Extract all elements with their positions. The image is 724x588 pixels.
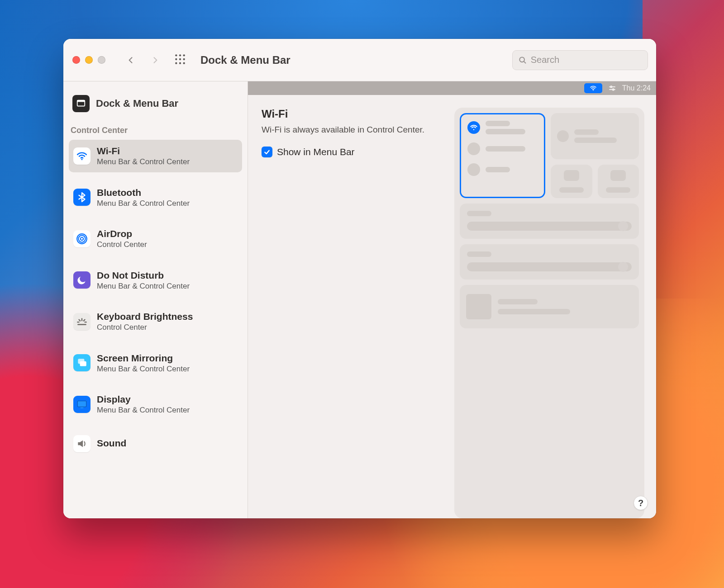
back-button[interactable] (123, 53, 139, 67)
sidebar-item-bluetooth[interactable]: Bluetooth Menu Bar & Control Center (69, 181, 242, 214)
svg-point-30 (610, 86, 612, 88)
svg-point-2 (183, 54, 185, 56)
sidebar: Dock & Menu Bar Control Center Wi-Fi Men… (63, 81, 248, 518)
sidebar-item-display[interactable]: Display Menu Bar & Control Center (69, 388, 242, 421)
svg-point-3 (175, 58, 177, 60)
svg-point-33 (473, 129, 474, 130)
sidebar-item-label: AirDrop (97, 228, 147, 240)
show-in-menu-bar-row[interactable]: Show in Menu Bar (262, 147, 424, 157)
sidebar-item-label: Display (97, 394, 190, 405)
titlebar: Dock & Menu Bar (63, 39, 656, 81)
sidebar-item-sub: Menu Bar & Control Center (97, 364, 190, 374)
menubar-clock: Thu 2:24 (622, 84, 651, 92)
sidebar-item-sub: Menu Bar & Control Center (97, 157, 190, 166)
svg-point-7 (179, 62, 181, 64)
window-minimize-button[interactable] (85, 56, 93, 64)
detail-description: Wi-Fi is always available in Control Cen… (262, 124, 424, 136)
sidebar-item-label: Bluetooth (97, 187, 190, 199)
search-field[interactable] (512, 50, 648, 70)
keyboard-brightness-icon (73, 313, 90, 330)
wifi-icon (73, 147, 90, 165)
sidebar-item-label: Keyboard Brightness (97, 311, 193, 322)
svg-line-10 (524, 61, 526, 63)
menubar-control-center-icon (607, 84, 618, 92)
svg-point-15 (78, 235, 85, 242)
svg-point-13 (81, 159, 82, 160)
sidebar-item-sub: Menu Bar & Control Center (97, 281, 190, 291)
show-all-button[interactable] (171, 52, 189, 69)
sound-icon (73, 435, 90, 452)
sidebar-item-sub: Control Center (97, 322, 193, 332)
preferences-window: Dock & Menu Bar Dock & Menu Bar Control … (63, 39, 656, 518)
sidebar-item-kb-brightness[interactable]: Keyboard Brightness Control Center (69, 305, 242, 338)
svg-point-1 (179, 54, 181, 56)
window-title: Dock & Menu Bar (200, 54, 291, 66)
sidebar-item-label: Wi-Fi (97, 145, 190, 157)
svg-point-14 (81, 237, 84, 241)
svg-line-20 (84, 319, 85, 321)
traffic-lights (72, 56, 105, 64)
svg-rect-12 (77, 100, 85, 102)
sidebar-item-label: Do Not Disturb (97, 270, 190, 281)
airdrop-icon (73, 230, 90, 247)
sidebar-item-sub: Control Center (97, 240, 147, 249)
sidebar-section-label: Control Center (69, 123, 242, 140)
svg-point-28 (593, 90, 594, 91)
show-in-menu-bar-label: Show in Menu Bar (277, 147, 355, 157)
sidebar-item-sub: Menu Bar & Control Center (97, 199, 190, 208)
search-input[interactable] (531, 55, 642, 65)
svg-rect-27 (81, 407, 84, 408)
sidebar-item-wifi[interactable]: Wi-Fi Menu Bar & Control Center (69, 140, 242, 172)
sidebar-header-label: Dock & Menu Bar (96, 98, 178, 109)
svg-point-32 (612, 89, 614, 90)
forward-button[interactable] (147, 53, 163, 67)
dock-menubar-icon (72, 95, 90, 112)
detail-title: Wi-Fi (262, 108, 424, 120)
help-button[interactable]: ? (634, 496, 648, 510)
preview-wifi-icon (467, 121, 480, 134)
svg-point-5 (183, 58, 185, 60)
svg-point-0 (175, 54, 177, 56)
sidebar-item-label: Screen Mirroring (97, 352, 190, 364)
sidebar-item-label: Sound (97, 437, 126, 449)
sidebar-item-sub: Menu Bar & Control Center (97, 405, 190, 415)
sidebar-item-airdrop[interactable]: AirDrop Control Center (69, 223, 242, 255)
sidebar-item-sound[interactable]: Sound (69, 430, 242, 458)
svg-line-19 (79, 319, 81, 321)
detail-pane: Thu 2:24 Wi-Fi Wi-Fi is always available… (248, 81, 656, 518)
bluetooth-icon (73, 189, 90, 206)
display-icon (73, 396, 90, 413)
sidebar-item-dnd[interactable]: Do Not Disturb Menu Bar & Control Center (69, 264, 242, 297)
svg-point-8 (183, 62, 185, 64)
control-center-preview (437, 108, 644, 518)
svg-point-4 (179, 58, 181, 60)
preview-menubar: Thu 2:24 (248, 81, 656, 95)
show-in-menu-bar-checkbox[interactable] (262, 147, 272, 157)
sidebar-header[interactable]: Dock & Menu Bar (69, 91, 242, 123)
screen-mirroring-icon (73, 354, 90, 371)
svg-rect-25 (77, 401, 86, 407)
moon-icon (73, 271, 90, 289)
sidebar-item-screen-mirroring[interactable]: Screen Mirroring Menu Bar & Control Cent… (69, 347, 242, 379)
menubar-wifi-icon (584, 83, 602, 93)
window-zoom-button[interactable] (98, 56, 105, 64)
svg-point-6 (175, 62, 177, 64)
window-close-button[interactable] (72, 56, 80, 64)
svg-rect-24 (80, 361, 86, 366)
